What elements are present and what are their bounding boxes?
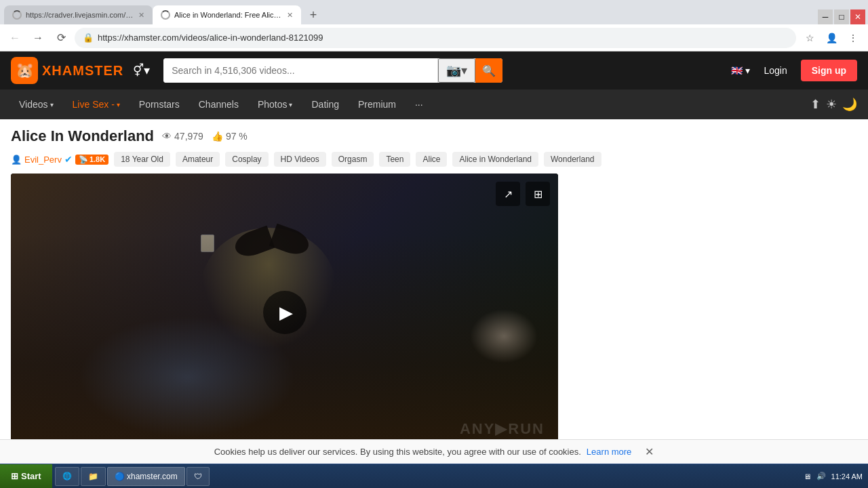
search-btn-area: 📷▾ 🔍 xyxy=(437,58,502,83)
site-wrapper: 🐹 XHAMSTER ⚥▾ 📷▾ 🔍 🇬🇧 ▾ Login Sign up Vi… xyxy=(0,52,868,460)
taskbar-right: 🖥 🔊 11:24 AM xyxy=(798,472,868,481)
view-count: 👁 47,979 xyxy=(162,131,203,142)
logo-area: 🐹 XHAMSTER xyxy=(11,57,123,84)
address-bar: ← → ⟳ 🔒 https://xhamster.com/videos/alic… xyxy=(0,24,868,52)
tab-1-close[interactable]: ✕ xyxy=(138,11,144,20)
url-text: https://xhamster.com/videos/alice-in-won… xyxy=(98,33,788,43)
nav-pornstars-label: Pornstars xyxy=(139,99,180,110)
cookie-bar: Cookies help us deliver our services. By… xyxy=(0,439,868,464)
taskbar-volume-icon: 🔊 xyxy=(816,472,826,481)
main-content: ▶ ↗ ⊞ ANY▶RUN xyxy=(11,174,857,451)
dark-theme-button[interactable]: 🌙 xyxy=(842,97,857,112)
signup-button[interactable]: Sign up xyxy=(801,60,857,81)
site-nav: Videos ▾ Live Sex - ▾ Pornstars Channels… xyxy=(0,89,868,119)
taskbar-folder[interactable]: 📁 xyxy=(81,467,106,486)
forward-button[interactable]: → xyxy=(28,28,47,47)
lang-arrow: ▾ xyxy=(745,65,750,76)
browser-chrome: https://cradver.livejasmin.com/pu/f... ✕… xyxy=(0,0,868,52)
taskbar-network-icon: 🖥 xyxy=(804,472,811,481)
nav-more[interactable]: ··· xyxy=(407,89,431,119)
video-page: Alice In Wonderland 👁 47,979 👍 97 % 👤 Ev… xyxy=(0,119,868,460)
logo-text: XHAMSTER xyxy=(42,63,123,79)
nav-premium-label: Premium xyxy=(358,99,396,110)
windows-taskbar: ⊞ Start 🌐 📁 🔵 xhamster.com 🛡 🖥 🔊 11:24 A… xyxy=(0,464,868,488)
username[interactable]: Evil_Perv xyxy=(24,155,62,165)
search-input[interactable] xyxy=(163,58,437,83)
bookmark-button[interactable]: ☆ xyxy=(800,28,819,47)
profile-button[interactable]: 👤 xyxy=(822,28,841,47)
tag-alice[interactable]: Alice xyxy=(416,152,447,167)
search-button[interactable]: 🔍 xyxy=(475,58,502,83)
lang-flag: 🇬🇧 xyxy=(731,65,743,76)
url-input[interactable]: 🔒 https://xhamster.com/videos/alice-in-w… xyxy=(75,28,796,48)
tag-18-year-old[interactable]: 18 Year Old xyxy=(114,152,170,167)
subscriber-badge[interactable]: 📡 1.8K xyxy=(75,155,108,165)
light-theme-button[interactable]: ☀ xyxy=(826,97,837,112)
tab-1-spinner xyxy=(12,10,22,20)
logo-icon: 🐹 xyxy=(11,57,38,84)
nav-channels[interactable]: Channels xyxy=(191,89,247,119)
close-button[interactable]: ✕ xyxy=(850,9,865,24)
user-info: 👤 Evil_Perv ✔ 📡 1.8K xyxy=(11,154,108,165)
maximize-button[interactable]: □ xyxy=(834,9,849,24)
nav-channels-label: Channels xyxy=(199,99,239,110)
back-button[interactable]: ← xyxy=(5,28,24,47)
nav-dating-label: Dating xyxy=(311,99,338,110)
nav-live-sex[interactable]: Live Sex - ▾ xyxy=(64,89,128,119)
tab-1-title: https://cradver.livejasmin.com/pu/f... xyxy=(26,11,134,19)
upload-button[interactable]: 📷▾ xyxy=(438,58,475,83)
minimize-button[interactable]: ─ xyxy=(818,9,833,24)
nav-dating[interactable]: Dating xyxy=(303,89,347,119)
taskbar-chrome[interactable]: 🔵 xhamster.com xyxy=(107,467,185,486)
grid-button[interactable]: ⊞ xyxy=(526,182,550,206)
tag-cosplay[interactable]: Cosplay xyxy=(225,152,268,167)
menu-button[interactable]: ⋮ xyxy=(844,28,863,47)
tag-amateur[interactable]: Amateur xyxy=(176,152,220,167)
nav-videos[interactable]: Videos ▾ xyxy=(11,89,62,119)
theme-icons: ⬆ ☀ 🌙 xyxy=(810,97,857,112)
taskbar-time: 11:24 AM xyxy=(831,472,863,481)
teapot-area xyxy=(470,309,538,363)
tab-2-close[interactable]: ✕ xyxy=(287,11,293,20)
header-right: 🇬🇧 ▾ Login Sign up xyxy=(731,60,857,81)
tag-hd-videos[interactable]: HD Videos xyxy=(274,152,326,167)
like-percentage: 👍 97 % xyxy=(212,131,248,142)
taskbar-shield[interactable]: 🛡 xyxy=(186,467,210,486)
nav-more-label: ··· xyxy=(415,99,423,110)
tag-wonderland[interactable]: Wonderland xyxy=(544,152,601,167)
upload-theme-button[interactable]: ⬆ xyxy=(810,97,821,112)
cookie-close-button[interactable]: ✕ xyxy=(645,445,654,458)
tags-row: 👤 Evil_Perv ✔ 📡 1.8K 18 Year Old Amateur… xyxy=(11,152,857,167)
learn-more-link[interactable]: Learn more xyxy=(587,447,631,457)
lock-icon: 🔒 xyxy=(83,33,94,43)
cookie-text: Cookies help us deliver our services. By… xyxy=(214,447,581,457)
tag-alice-in-wonderland[interactable]: Alice in Wonderland xyxy=(452,152,538,167)
gender-toggle[interactable]: ⚥▾ xyxy=(133,63,150,78)
new-tab-button[interactable]: + xyxy=(304,5,323,24)
tab-1[interactable]: https://cradver.livejasmin.com/pu/f... ✕ xyxy=(4,5,153,24)
windows-icon: ⊞ xyxy=(11,471,18,481)
taskbar-ie[interactable]: 🌐 xyxy=(55,467,79,486)
tab-2[interactable]: Alice in Wonderland: Free Alice in W... … xyxy=(153,5,301,24)
nav-photos[interactable]: Photos ▾ xyxy=(250,89,301,119)
reload-button[interactable]: ⟳ xyxy=(52,28,71,47)
grid-icon: ⊞ xyxy=(534,188,542,201)
nav-pornstars[interactable]: Pornstars xyxy=(131,89,188,119)
dress xyxy=(79,316,296,438)
nav-premium[interactable]: Premium xyxy=(350,89,404,119)
tag-orgasm[interactable]: Orgasm xyxy=(332,152,374,167)
tag-teen[interactable]: Teen xyxy=(379,152,410,167)
play-button[interactable]: ▶ xyxy=(263,291,307,334)
share-button[interactable]: ↗ xyxy=(496,182,520,206)
verified-icon: ✔ xyxy=(64,154,73,165)
nav-live-sex-label: Live Sex - xyxy=(73,99,115,110)
tab-2-spinner xyxy=(161,10,170,20)
address-actions: ☆ 👤 ⋮ xyxy=(800,28,863,47)
video-player[interactable]: ▶ ↗ ⊞ ANY▶RUN xyxy=(11,174,558,451)
share-icon: ↗ xyxy=(504,188,513,201)
start-button[interactable]: ⊞ Start xyxy=(0,464,52,489)
login-button[interactable]: Login xyxy=(755,61,795,80)
language-button[interactable]: 🇬🇧 ▾ xyxy=(731,65,750,76)
play-icon: ▶ xyxy=(279,302,293,323)
nav-videos-label: Videos xyxy=(19,99,48,110)
